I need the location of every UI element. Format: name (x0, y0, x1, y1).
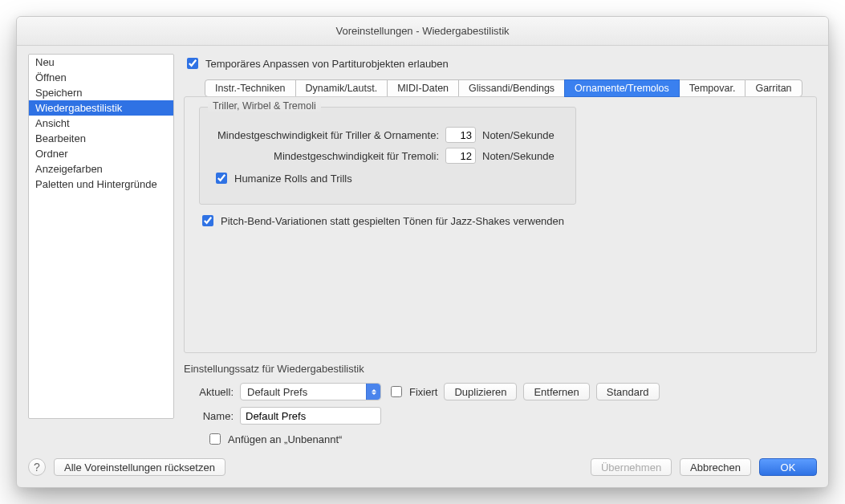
tab[interactable]: Dynamik/Lautst. (295, 79, 388, 97)
tab-bar: Instr.-TechnikenDynamik/Lautst.MIDI-Date… (184, 79, 817, 97)
main-panel: Temporäres Anpassen von Partiturobjekten… (184, 54, 817, 450)
footer-bar: ? Alle Voreinstellungen rücksetzen Übern… (17, 450, 828, 487)
name-label: Name: (184, 410, 234, 422)
sidebar-item[interactable]: Neu (29, 55, 173, 70)
fixed-row[interactable]: Fixiert (388, 384, 437, 400)
duplicate-button[interactable]: Duplizieren (444, 383, 517, 400)
current-preset-value: Default Prefs (247, 386, 307, 398)
remove-button[interactable]: Entfernen (523, 383, 589, 400)
sidebar-item[interactable]: Anzeigefarben (29, 161, 173, 177)
tab[interactable]: Tempovar. (679, 79, 746, 97)
sidebar-item[interactable]: Ansicht (29, 116, 173, 131)
fixed-label: Fixiert (409, 386, 437, 398)
category-sidebar[interactable]: NeuÖffnenSpeichernWiedergabestilistikAns… (28, 54, 174, 419)
attach-checkbox[interactable] (209, 433, 221, 445)
sidebar-item[interactable]: Ordner (29, 146, 173, 161)
help-button[interactable]: ? (28, 458, 46, 476)
current-label: Aktuell: (184, 386, 234, 398)
humanize-checkbox[interactable] (216, 173, 227, 184)
reset-all-button[interactable]: Alle Voreinstellungen rücksetzen (54, 458, 225, 476)
preferences-window: Voreinstellungen - Wiedergabestilistik N… (16, 16, 829, 488)
unit-2: Noten/Sekunde (482, 150, 555, 162)
tab[interactable]: Instr.-Techniken (205, 79, 296, 97)
window-titlebar: Voreinstellungen - Wiedergabestilistik (17, 17, 828, 46)
apply-button[interactable]: Übernehmen (591, 458, 672, 476)
allow-temp-adjust-checkbox[interactable] (187, 58, 198, 69)
standard-button[interactable]: Standard (596, 383, 660, 400)
min-speed-tremoli-label: Mindestgeschwindigkeit für Tremoli: (213, 150, 445, 162)
min-speed-trills-label: Mindestgeschwindigkeit für Triller & Orn… (213, 129, 445, 141)
pitchbend-label: Pitch-Bend-Variationen statt gespielten … (221, 215, 564, 227)
cancel-button[interactable]: Abbrechen (680, 458, 751, 476)
pitchbend-row[interactable]: Pitch-Bend-Variationen statt gespielten … (199, 213, 802, 229)
sidebar-item[interactable]: Wiedergabestilistik (29, 100, 173, 116)
humanize-label: Humanize Rolls and Trills (234, 173, 352, 185)
trills-group-title: Triller, Wirbel & Tremoli (208, 100, 321, 112)
select-stepper-icon (366, 384, 380, 400)
allow-temp-adjust-row[interactable]: Temporäres Anpassen von Partiturobjekten… (184, 55, 817, 71)
sidebar-item[interactable]: Bearbeiten (29, 131, 173, 146)
sidebar-item[interactable]: Öffnen (29, 70, 173, 85)
allow-temp-adjust-label: Temporäres Anpassen von Partiturobjekten… (205, 58, 449, 70)
min-speed-trills-input[interactable] (445, 127, 476, 143)
humanize-row[interactable]: Humanize Rolls and Trills (213, 170, 563, 186)
attach-row[interactable]: Anfügen an „Unbenannt“ (206, 431, 817, 447)
min-speed-tremoli-input[interactable] (445, 148, 476, 164)
sidebar-item[interactable]: Paletten und Hintergründe (29, 177, 173, 192)
preset-section-title: Einstellungssatz für Wiedergabestilistik (184, 363, 817, 375)
pitchbend-checkbox[interactable] (202, 215, 213, 226)
current-preset-select[interactable]: Default Prefs (240, 383, 381, 400)
tab[interactable]: Garritan (745, 79, 802, 97)
fixed-checkbox[interactable] (391, 386, 402, 397)
tab[interactable]: Ornamente/Tremolos (564, 79, 680, 97)
trills-group: Triller, Wirbel & Tremoli Mindestgeschwi… (199, 107, 576, 205)
unit-1: Noten/Sekunde (482, 129, 555, 141)
ok-button[interactable]: OK (759, 458, 817, 476)
attach-label: Anfügen an „Unbenannt“ (228, 433, 342, 445)
tab[interactable]: MIDI-Daten (387, 79, 459, 97)
window-title: Voreinstellungen - Wiedergabestilistik (335, 25, 509, 37)
sidebar-item[interactable]: Speichern (29, 85, 173, 100)
tab-panel-ornamente: Triller, Wirbel & Tremoli Mindestgeschwi… (184, 96, 817, 353)
tab[interactable]: Glissandi/Bendings (458, 79, 565, 97)
preset-name-input[interactable] (240, 407, 381, 425)
